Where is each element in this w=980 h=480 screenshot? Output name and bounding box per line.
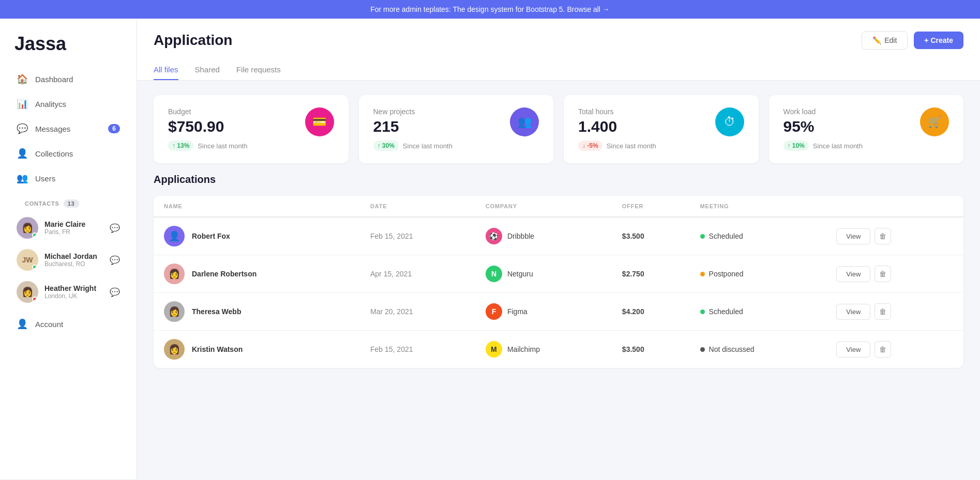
delete-button[interactable]: 🗑 xyxy=(875,303,891,320)
sidebar-item-messages[interactable]: 💬 Messages 6 xyxy=(8,117,128,141)
create-button[interactable]: + Create xyxy=(914,32,963,49)
date-cell: Feb 15, 2021 xyxy=(360,217,475,255)
table-row: 👩 Kristin Watson Feb 15, 2021 M Mailchim… xyxy=(154,331,963,368)
delete-button[interactable]: 🗑 xyxy=(875,341,891,358)
since-label: Since last month xyxy=(813,142,863,150)
contact-name: Michael Jordan xyxy=(44,252,103,260)
message-icon[interactable]: 💬 xyxy=(110,255,120,265)
offer-value: $3.500 xyxy=(612,217,690,255)
company-name: Figma xyxy=(507,307,527,316)
top-banner[interactable]: For more admin teplates: The design syst… xyxy=(0,0,980,19)
company-name: Netguru xyxy=(507,270,533,278)
stat-value: $750.90 xyxy=(168,118,224,135)
col-meeting: MEETING xyxy=(690,196,826,217)
sidebar-item-label: Analitycs xyxy=(35,100,66,109)
meeting-status-dot xyxy=(700,234,705,239)
view-button[interactable]: View xyxy=(836,266,870,282)
date-cell: Mar 20, 2021 xyxy=(360,293,475,331)
tab-shared[interactable]: Shared xyxy=(195,60,220,80)
sidebar-item-label: Collections xyxy=(35,149,73,158)
sidebar-item-label: Account xyxy=(35,320,63,329)
applications-title: Applications xyxy=(154,174,963,185)
sidebar-item-users[interactable]: 👥 Users xyxy=(8,166,128,190)
contacts-count-badge: 13 xyxy=(64,199,79,208)
view-button[interactable]: View xyxy=(836,304,870,320)
table-row: 👤 Robert Fox Feb 15, 2021 ⚽ Dribbble xyxy=(154,217,963,255)
projects-icon-circle: 👥 xyxy=(510,107,539,136)
meeting-status: Scheduled xyxy=(709,232,743,240)
avatar: JW xyxy=(17,249,38,271)
contact-item-heather[interactable]: 👩 Heather Wright London, UK 💬 xyxy=(8,276,128,308)
stat-label: Budget xyxy=(168,107,224,116)
meeting-status: Scheduled xyxy=(709,307,743,316)
contacts-section-label: CONTACTS 13 xyxy=(8,191,128,212)
person-cell: 👤 Robert Fox xyxy=(164,226,350,246)
col-company: COMPANY xyxy=(475,196,612,217)
change-badge: ↑ 13% xyxy=(168,141,193,151)
hours-icon-circle: ⏱ xyxy=(715,107,744,136)
avatar: 👩 xyxy=(17,281,38,303)
offer-value: $4.200 xyxy=(612,293,690,331)
col-date: DATE xyxy=(360,196,475,217)
sidebar-nav: 🏠 Dashboard 📊 Analitycs 💬 Messages 6 👤 C… xyxy=(0,67,137,479)
page-title: Application xyxy=(154,32,232,49)
applications-table: NAME DATE COMPANY OFFER MEETING xyxy=(154,196,963,368)
stat-value: 95% xyxy=(783,118,816,135)
meeting-cell: Postponed xyxy=(700,270,816,278)
meeting-status-dot xyxy=(700,309,705,314)
avatar: 👩 xyxy=(164,301,185,322)
date-cell: Apr 15, 2021 xyxy=(360,255,475,293)
change-badge: ↑ 10% xyxy=(783,141,809,151)
col-name: NAME xyxy=(154,196,360,217)
person-cell: 👩 Darlene Robertson xyxy=(164,264,350,284)
contact-item-marie[interactable]: 👩 Marie Claire Paris, FR 💬 xyxy=(8,212,128,244)
page-tabs: All files Shared File requests xyxy=(154,60,963,80)
meeting-cell: Scheduled xyxy=(700,232,816,240)
view-button[interactable]: View xyxy=(836,342,870,358)
applications-section: Applications NAME DATE COMPANY OFFER MEE… xyxy=(137,174,980,382)
sidebar-item-analytics[interactable]: 📊 Analitycs xyxy=(8,92,128,116)
stat-label: Work load xyxy=(783,107,816,116)
pencil-icon: ✏️ xyxy=(872,36,881,44)
meeting-cell: Not discussed xyxy=(700,345,816,353)
delete-button[interactable]: 🗑 xyxy=(875,228,891,244)
company-name: Mailchimp xyxy=(507,345,540,353)
col-offer: OFFER xyxy=(612,196,690,217)
stat-value: 1.400 xyxy=(578,118,617,135)
edit-button[interactable]: ✏️ Edit xyxy=(862,31,908,50)
person-cell: 👩 Kristin Watson xyxy=(164,339,350,360)
tab-file-requests[interactable]: File requests xyxy=(236,60,281,80)
sidebar-item-collections[interactable]: 👤 Collections xyxy=(8,142,128,165)
contact-item-michael[interactable]: JW Michael Jordan Bucharest, RO 💬 xyxy=(8,244,128,276)
person-name: Kristin Watson xyxy=(192,345,243,353)
stat-label: Total hours xyxy=(578,107,617,116)
tab-all-files[interactable]: All files xyxy=(154,60,178,80)
person-cell: 👩 Theresa Webb xyxy=(164,301,350,322)
delete-button[interactable]: 🗑 xyxy=(875,266,891,282)
sidebar: Jassa 🏠 Dashboard 📊 Analitycs 💬 Messages… xyxy=(0,19,137,479)
company-logo: ⚽ xyxy=(486,228,502,244)
app-logo: Jassa xyxy=(0,19,137,67)
trash-icon: 🗑 xyxy=(879,232,886,240)
company-cell: M Mailchimp xyxy=(486,341,601,358)
stats-section: Budget $750.90 💳 ↑ 13% Since last month … xyxy=(137,81,980,174)
change-badge: ↑ 30% xyxy=(373,141,399,151)
person-name: Theresa Webb xyxy=(192,307,241,316)
chart-icon: 📊 xyxy=(17,98,28,110)
contact-name: Heather Wright xyxy=(44,284,103,292)
applications-table-container: NAME DATE COMPANY OFFER MEETING xyxy=(154,196,963,368)
message-icon[interactable]: 💬 xyxy=(110,223,120,233)
contact-location: Paris, FR xyxy=(44,228,103,236)
trash-icon: 🗑 xyxy=(879,270,886,278)
view-button[interactable]: View xyxy=(836,228,870,244)
sidebar-item-account[interactable]: 👤 Account xyxy=(8,312,128,336)
page-header: Application ✏️ Edit + Create All files S… xyxy=(137,19,980,81)
company-logo: F xyxy=(486,303,502,320)
meeting-cell: Scheduled xyxy=(700,307,816,316)
stat-label: New projects xyxy=(373,107,415,116)
message-icon[interactable]: 💬 xyxy=(110,287,120,297)
avatar: 👩 xyxy=(17,217,38,239)
sidebar-item-dashboard[interactable]: 🏠 Dashboard xyxy=(8,67,128,91)
collection-icon: 👤 xyxy=(17,148,28,159)
company-cell: ⚽ Dribbble xyxy=(486,228,601,244)
